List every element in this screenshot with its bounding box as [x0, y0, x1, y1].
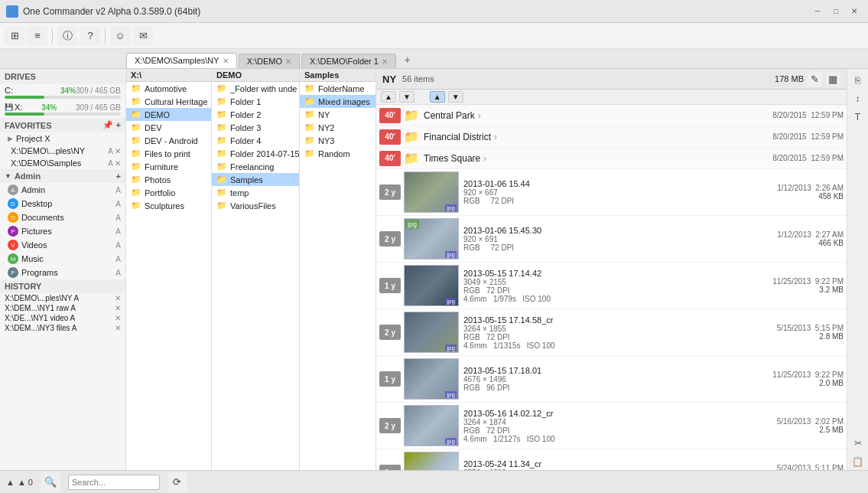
- file-row-1[interactable]: 2 y jpg jpg 2013-01-06 15.45.30 920 × 69…: [376, 216, 847, 263]
- minimize-button[interactable]: ─: [810, 4, 825, 19]
- favorite-project-x[interactable]: ▶ Project X: [0, 132, 125, 145]
- rt-copy-button[interactable]: ⎘: [850, 72, 866, 89]
- admin-pictures[interactable]: P Pictures A: [0, 224, 125, 238]
- favorite-ny[interactable]: X:\DEMO\...ples\NY A ✕: [0, 145, 125, 157]
- folder-expand-2[interactable]: ›: [483, 153, 486, 164]
- file-row-2[interactable]: 1 y jpg 2013-05-15 17.14.42 3049 × 2155 …: [376, 263, 847, 309]
- close-button[interactable]: ✕: [847, 4, 862, 19]
- favorites-pin-icon[interactable]: 📌: [102, 120, 113, 130]
- drive-x[interactable]: 💾 X: 34% 309 / 465 GB: [0, 101, 125, 118]
- panel-demo-item-folder-unde[interactable]: 📁_Folder with unde: [212, 82, 299, 95]
- panel-demo-item-various[interactable]: 📁VariousFiles: [212, 199, 299, 212]
- admin-add-icon[interactable]: +: [116, 171, 121, 181]
- file-row-5[interactable]: 2 y jpg 2013-05-16 14.02.12_cr 3264 × 18…: [376, 403, 847, 449]
- history-item-3[interactable]: X:\DEM...\NY3 files A ✕: [0, 323, 125, 333]
- maximize-button[interactable]: □: [828, 4, 844, 19]
- sync-button[interactable]: ⟳: [167, 472, 187, 492]
- rt-paste-button[interactable]: 📋: [850, 453, 866, 470]
- search-input[interactable]: [68, 475, 160, 490]
- right-panel-list[interactable]: 40' 📁 Central Park › 8/20/2015 12:59 PM …: [376, 105, 847, 470]
- panel-demo-list[interactable]: 📁_Folder with unde 📁Folder 1 📁Folder 2 📁…: [212, 82, 299, 470]
- tab-close-0[interactable]: ✕: [223, 57, 229, 65]
- info-button[interactable]: ⓘ: [57, 26, 77, 46]
- panel-root-item-furniture[interactable]: 📁Furniture: [126, 160, 211, 173]
- folder-date-2: 8/20/2015 12:59 PM: [772, 154, 844, 162]
- admin-programs[interactable]: P Programs A: [0, 266, 125, 279]
- sidebar: DRIVES C: 34% 309 / 465 GB 💾 X: 34%: [0, 69, 126, 470]
- panel-root-list[interactable]: 📁Automotive 📁Cultural Heritage 📁DEMO 📁DE…: [126, 82, 211, 470]
- add-tab-button[interactable]: +: [399, 51, 416, 68]
- file-row-6[interactable]: 2 y jpg 2013-05-24 11.34_cr 3758 × 1208 …: [376, 449, 847, 470]
- panel-demo-item-folder1[interactable]: 📁Folder 1: [212, 95, 299, 108]
- favorites-add-icon[interactable]: +: [116, 120, 121, 130]
- admin-user-item[interactable]: A Admin A: [0, 183, 125, 197]
- panel-root-item-files-to-print[interactable]: 📁Files to print: [126, 147, 211, 160]
- rt-scroll-button[interactable]: ↕: [850, 90, 866, 107]
- list-view-button[interactable]: ≡: [28, 26, 47, 46]
- tab-close-2[interactable]: ✕: [382, 57, 388, 66]
- search-button[interactable]: 🔍: [41, 472, 60, 492]
- file-color-4: RGB 96 DPI: [463, 384, 766, 392]
- admin-music[interactable]: M Music A: [0, 252, 125, 266]
- panel-demo-item-temp[interactable]: 📁temp: [212, 186, 299, 199]
- admin-desktop[interactable]: D Desktop A: [0, 197, 125, 211]
- drive-c[interactable]: C: 34% 309 / 465 GB: [0, 84, 125, 101]
- drive-c-bar: [5, 96, 121, 99]
- file-row-0[interactable]: 2 y jpg 2013-01-06 15.44 920 × 667 RGB 7…: [376, 169, 847, 216]
- sort-date-asc[interactable]: ▲: [430, 91, 445, 103]
- grid-view-button[interactable]: ⊞: [5, 26, 24, 46]
- sort-name-desc[interactable]: ▼: [399, 91, 414, 103]
- panel-root-item-automotive[interactable]: 📁Automotive: [126, 82, 211, 95]
- panel-demo-item-freelancing[interactable]: 📁Freelancing: [212, 160, 299, 173]
- admin-documents[interactable]: D Documents A: [0, 211, 125, 224]
- panel-demo-item-samples[interactable]: 📁Samples: [212, 173, 299, 186]
- folder-expand-0[interactable]: ›: [478, 110, 481, 121]
- panel-root-item-demo[interactable]: 📁DEMO: [126, 108, 211, 121]
- tab-2[interactable]: X:\DEMO\Folder 1 ✕: [301, 54, 396, 68]
- panel-root-item-dev-android[interactable]: 📁DEV - Android: [126, 134, 211, 147]
- panel-demo-item-folder2[interactable]: 📁Folder 2: [212, 108, 299, 121]
- sort-date-desc[interactable]: ▼: [448, 91, 463, 103]
- folder-times-square[interactable]: 40' 📁 Times Square › 8/20/2015 12:59 PM: [376, 148, 847, 169]
- admin-header[interactable]: ▼ Admin +: [0, 169, 125, 183]
- right-edit-button[interactable]: ✎: [807, 71, 822, 87]
- panel-samples-item-foldername[interactable]: 📁FolderName: [300, 82, 375, 95]
- admin-videos[interactable]: V Videos A: [0, 238, 125, 252]
- panel-demo-item-folder3[interactable]: 📁Folder 3: [212, 121, 299, 134]
- right-view-button[interactable]: ▦: [825, 71, 840, 87]
- panel-samples-list[interactable]: 📁FolderName 📁Mixed images 📁NY 📁NY2 📁NY3 …: [300, 82, 375, 470]
- panel-samples-item-ny2[interactable]: 📁NY2: [300, 121, 375, 134]
- fav-ny-close[interactable]: ✕: [115, 147, 121, 155]
- file-row-3[interactable]: 2 y jpg 2013-05-15 17.14.58_cr 3264 × 18…: [376, 309, 847, 356]
- panel-root-item-photos[interactable]: 📁Photos: [126, 173, 211, 186]
- panel-samples-item-ny[interactable]: 📁NY: [300, 108, 375, 121]
- panel-root-item-cultural[interactable]: 📁Cultural Heritage: [126, 95, 211, 108]
- panel-root-item-dev[interactable]: 📁DEV: [126, 121, 211, 134]
- tab-close-1[interactable]: ✕: [285, 57, 291, 66]
- tab-1[interactable]: X:\DEMO ✕: [239, 54, 300, 68]
- message-button[interactable]: ✉: [133, 26, 153, 46]
- panel-root-item-sculptures[interactable]: 📁Sculptures: [126, 199, 211, 212]
- panel-samples-item-mixed[interactable]: 📁Mixed images: [300, 95, 375, 108]
- file-row-4[interactable]: 1 y jpg 2013-05-15 17.18.01 4676 × 1496 …: [376, 356, 847, 403]
- folder-central-park[interactable]: 40' 📁 Central Park › 8/20/2015 12:59 PM: [376, 105, 847, 126]
- fav-samples-close[interactable]: ✕: [115, 159, 121, 168]
- panel-demo-item-folder4[interactable]: 📁Folder 4: [212, 134, 299, 147]
- help-button[interactable]: ?: [80, 26, 100, 46]
- panel-demo-item-folder-date[interactable]: 📁Folder 2014-07-15: [212, 147, 299, 160]
- sort-name-asc[interactable]: ▲: [381, 91, 396, 103]
- rt-scissors-button[interactable]: ✂: [850, 435, 866, 452]
- file-badge-6: 2 y: [379, 465, 401, 470]
- user-button[interactable]: ☺: [110, 26, 130, 46]
- history-item-0[interactable]: X:\DEMO\...ples\NY A ✕: [0, 293, 125, 303]
- favorite-samples[interactable]: X:\DEMO\Samples A ✕: [0, 157, 125, 169]
- panel-samples-item-ny3[interactable]: 📁NY3: [300, 134, 375, 147]
- panel-root-item-portfolio[interactable]: 📁Portfolio: [126, 186, 211, 199]
- history-item-2[interactable]: X:\DE...\NY1 video A ✕: [0, 313, 125, 323]
- panel-samples-item-random[interactable]: 📁Random: [300, 147, 375, 160]
- history-item-1[interactable]: X:\DEM...\NY1 raw A ✕: [0, 303, 125, 313]
- tab-0[interactable]: X:\DEMO\Samples\NY ✕: [126, 53, 237, 68]
- folder-financial[interactable]: 40' 📁 Financial District › 8/20/2015 12:…: [376, 126, 847, 148]
- rt-text-button[interactable]: T: [850, 109, 866, 126]
- folder-expand-1[interactable]: ›: [494, 132, 497, 142]
